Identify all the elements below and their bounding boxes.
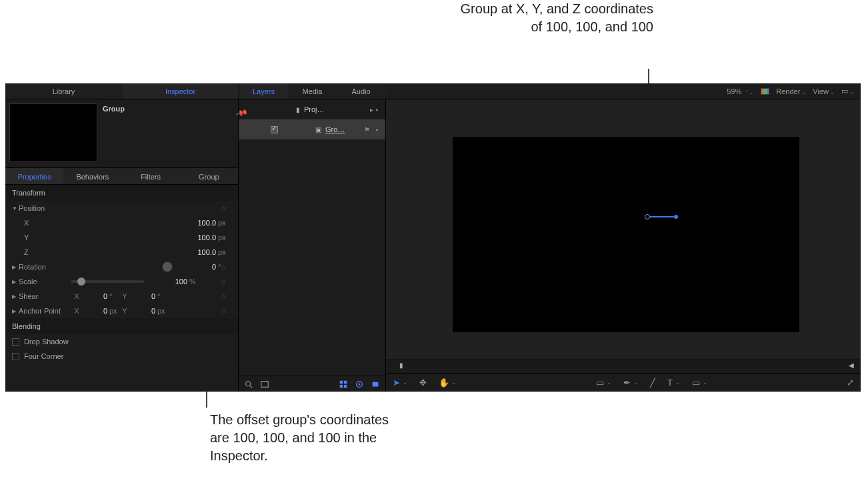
row-drop-shadow[interactable]: Drop Shadow [5, 334, 238, 349]
canvas-viewport[interactable] [453, 137, 799, 332]
text-tool[interactable]: T⌄ [667, 378, 680, 388]
3d-transform-tool[interactable]: ✥ [419, 378, 427, 388]
svg-line-1 [250, 385, 253, 388]
pan-tool[interactable]: ✋⌄ [439, 378, 457, 388]
document-icon: ▮ [296, 106, 300, 113]
layout-menu[interactable]: ▭⌄ [841, 87, 854, 95]
mini-timeline[interactable]: ▮ ◀ [386, 360, 861, 373]
search-icon[interactable] [244, 380, 253, 389]
drop-shadow-checkbox[interactable] [12, 338, 19, 346]
keyframe-icon[interactable]: ◇ [221, 308, 226, 314]
keyframe-icon[interactable]: ◇ [221, 219, 226, 226]
end-marker-icon[interactable]: ◀ [849, 362, 854, 369]
top-tab-bar: Library Inspector Layers Media Audio 59%… [5, 83, 861, 99]
row-position-x[interactable]: X 100.0 px ◇ [5, 215, 238, 230]
four-corner-checkbox[interactable] [12, 353, 19, 360]
row-four-corner[interactable]: Four Corner [5, 349, 238, 364]
svg-rect-3 [340, 380, 343, 383]
value-anchor-y[interactable]: 0 [131, 307, 157, 315]
scale-slider[interactable] [71, 280, 144, 283]
canvas-viewport-area[interactable] [386, 99, 861, 360]
subtab-filters[interactable]: Filters [122, 168, 180, 184]
subtab-group[interactable]: Group [180, 168, 238, 184]
svg-rect-6 [344, 384, 347, 387]
render-menu[interactable]: Render⌄ [776, 87, 806, 95]
preview-thumbnail [9, 103, 97, 162]
keyframe-icon[interactable]: ◇ [221, 205, 226, 211]
row-position-z[interactable]: Z 100.0 px ◇ [5, 245, 238, 260]
svg-rect-2 [261, 381, 269, 387]
row-position-y[interactable]: Y 100.0 px ◇ [5, 230, 238, 245]
row-anchor-point[interactable]: ▶ Anchor Point X 0 px Y 0 px ◇ [5, 304, 238, 318]
svg-point-8 [359, 384, 360, 385]
filter-filter-icon[interactable] [371, 380, 380, 389]
channels-icon[interactable] [761, 88, 769, 95]
value-shear-y[interactable]: 0 [131, 292, 157, 300]
app-window: Library Inspector Layers Media Audio 59%… [5, 83, 861, 392]
zoom-level[interactable]: 59% ⌃⌄ [727, 87, 754, 95]
line-tool[interactable]: ╱ [650, 378, 655, 388]
layer-visibility-checkbox[interactable] [271, 126, 278, 133]
subtab-properties[interactable]: Properties [5, 168, 63, 184]
row-rotation[interactable]: ▶ Rotation 0 ° ◇ [5, 260, 238, 274]
value-position-z[interactable]: 100.0 [177, 248, 218, 256]
svg-point-0 [246, 381, 251, 386]
filter-behavior-icon[interactable] [355, 380, 364, 389]
view-menu[interactable]: View⌄ [813, 87, 835, 95]
svg-rect-9 [373, 382, 379, 386]
section-transform[interactable]: Transform [5, 185, 238, 201]
callout-top: Group at X, Y, and Z coordinates of 100,… [447, 0, 653, 36]
keyframe-icon[interactable]: ◇ [221, 234, 226, 241]
playhead-icon[interactable]: ▮ [399, 362, 403, 369]
frame-icon[interactable] [260, 380, 269, 389]
row-shear[interactable]: ▶ Shear X 0 ° Y 0 ° ◇ [5, 289, 238, 304]
callout-bottom: The offset group's coordinates are 100, … [210, 411, 410, 465]
transform-handle[interactable] [645, 214, 651, 221]
inspector-panel: Group 📌 Properties Behaviors Filters Gro… [5, 99, 239, 392]
mask-tool[interactable]: ▭⌄ [692, 378, 707, 388]
value-position-y[interactable]: 100.0 [177, 233, 218, 242]
canvas-toolbar: ➤⌄ ✥ ✋⌄ ▭⌄ ✒⌄ ╱ T⌄ ▭⌄ ⤢ [386, 373, 861, 392]
value-rotation[interactable]: 0 [177, 263, 218, 271]
keyframe-icon[interactable]: ◇ [221, 249, 226, 256]
tab-audio[interactable]: Audio [337, 83, 385, 99]
section-blending[interactable]: Blending [5, 318, 238, 334]
svg-rect-5 [340, 384, 343, 387]
value-position-x[interactable]: 100.0 [177, 219, 218, 227]
tab-library[interactable]: Library [5, 83, 122, 99]
canvas-top-bar: 59% ⌃⌄ Render⌄ View⌄ ▭⌄ [386, 83, 861, 99]
layers-panel: ▮ Proj… ▸▪ ▣ Gro… ⚑ ▪ [239, 99, 386, 392]
keyframe-icon[interactable]: ◇ [221, 293, 226, 300]
select-tool[interactable]: ➤⌄ [393, 378, 407, 388]
canvas-panel: ▮ ◀ ➤⌄ ✥ ✋⌄ ▭⌄ ✒⌄ ╱ T⌄ ▭⌄ ⤢ [386, 99, 861, 392]
group-icon: ▣ [315, 126, 321, 133]
value-shear-x[interactable]: 0 [83, 292, 109, 300]
layer-row-group[interactable]: ▣ Gro… ⚑ ▪ [239, 119, 385, 139]
rotation-dial[interactable] [162, 262, 173, 272]
filter-mask-icon[interactable] [339, 380, 348, 389]
value-scale[interactable]: 100 [148, 278, 189, 286]
layer-actions-icon[interactable]: ▸▪ [370, 106, 380, 113]
pen-tool[interactable]: ✒⌄ [623, 378, 638, 388]
layer-actions-icon[interactable]: ⚑ ▪ [364, 126, 380, 133]
inspector-title: Group [103, 105, 125, 163]
tab-media[interactable]: Media [288, 83, 337, 99]
svg-rect-4 [344, 380, 347, 383]
layer-row-project[interactable]: ▮ Proj… ▸▪ [239, 99, 385, 119]
row-position[interactable]: ▼ Position ◇ [5, 201, 238, 215]
rectangle-tool[interactable]: ▭⌄ [596, 378, 611, 388]
expand-icon[interactable]: ⤢ [847, 378, 854, 388]
tab-layers[interactable]: Layers [239, 83, 288, 99]
row-scale[interactable]: ▶ Scale 100 % ◇ [5, 274, 238, 289]
subtab-behaviors[interactable]: Behaviors [63, 168, 121, 184]
value-anchor-x[interactable]: 0 [83, 307, 109, 315]
keyframe-icon[interactable]: ◇ [221, 278, 226, 285]
layers-toolbar [239, 376, 385, 392]
tab-inspector[interactable]: Inspector [122, 83, 239, 99]
keyframe-icon[interactable]: ◇ [221, 264, 226, 270]
